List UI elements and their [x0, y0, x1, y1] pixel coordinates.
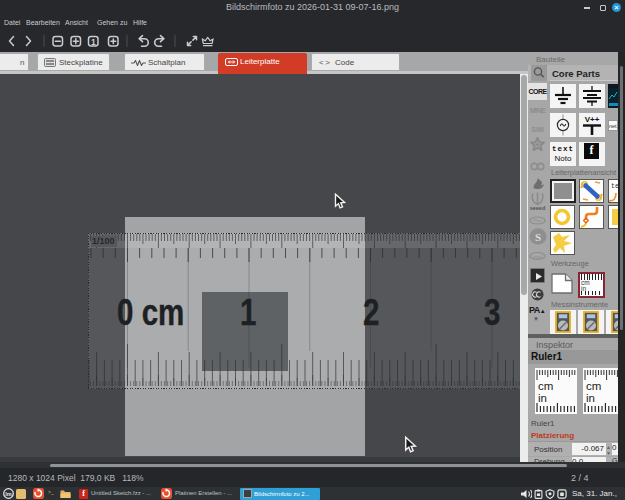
svg-text:in: in: [538, 392, 547, 404]
svg-text:lm: lm: [5, 491, 12, 497]
svg-text:S: S: [534, 231, 540, 243]
svg-text:intel: intel: [532, 254, 542, 260]
svg-text:1: 1: [91, 37, 96, 47]
svg-text:cm: cm: [586, 380, 601, 392]
svg-text:cm: cm: [538, 380, 553, 392]
svg-text:in: in: [586, 392, 595, 404]
svg-text:V++: V++: [585, 115, 600, 124]
